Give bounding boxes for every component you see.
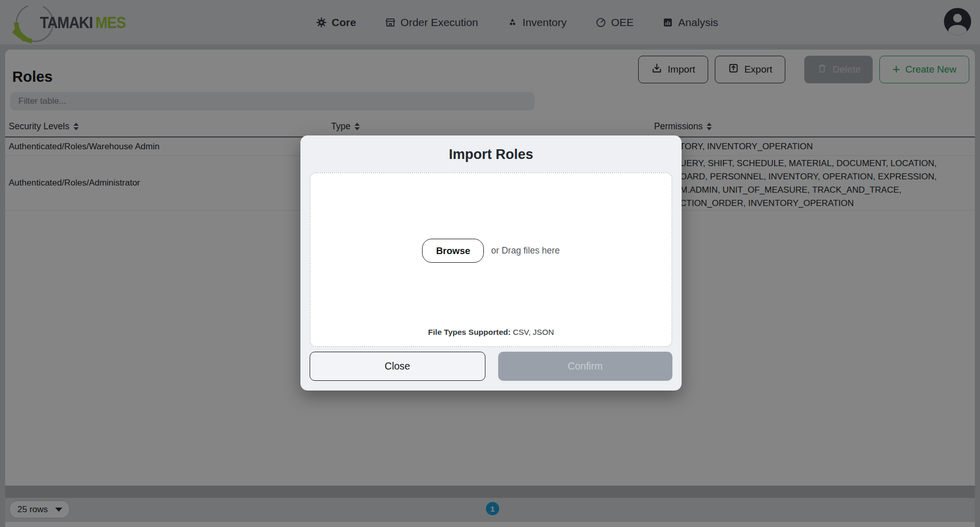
drag-files-hint: or Drag files here xyxy=(491,245,559,256)
file-types-value: CSV, JSON xyxy=(513,328,554,336)
file-types-label: File Types Supported: xyxy=(428,328,511,336)
confirm-button[interactable]: Confirm xyxy=(498,352,673,381)
file-types-supported: File Types Supported: CSV, JSON xyxy=(311,328,671,337)
import-roles-modal: Import Roles Browse or Drag files here F… xyxy=(300,135,682,391)
app-root: TAMAKIMES Cor xyxy=(0,0,980,527)
file-dropzone[interactable]: Browse or Drag files here File Types Sup… xyxy=(310,172,672,347)
modal-actions: Close Confirm xyxy=(310,352,672,381)
close-button[interactable]: Close xyxy=(310,352,485,381)
browse-row: Browse or Drag files here xyxy=(311,239,671,263)
browse-button[interactable]: Browse xyxy=(422,239,484,263)
modal-title: Import Roles xyxy=(300,147,682,163)
